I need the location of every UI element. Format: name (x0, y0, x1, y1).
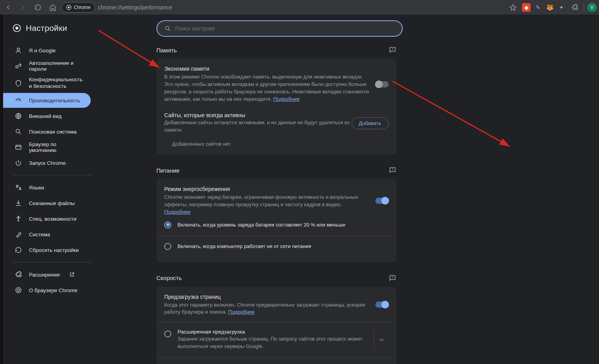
key-icon (15, 62, 22, 70)
power-icon (15, 159, 22, 166)
sidebar-item-languages[interactable]: Языки (3, 180, 91, 195)
extension-icon-4[interactable]: ✦ (557, 3, 566, 12)
svg-rect-8 (16, 145, 21, 150)
home-button[interactable] (47, 2, 59, 13)
extended-preload-option[interactable]: Расширенная предзагрузка Заранее загружа… (164, 324, 389, 356)
window-gutter (0, 15, 3, 364)
address-bar[interactable]: chrome://settings/performance (98, 4, 504, 11)
sidebar-item-label: Автозаполнение и пароли (29, 60, 83, 72)
sidebar-item-performance[interactable]: Производительность (3, 93, 91, 108)
search-icon (15, 128, 22, 135)
sidebar-item-reset[interactable]: Сбросить настройки (3, 243, 91, 257)
sidebar-item-about[interactable]: О браузере Chrome (3, 283, 91, 298)
sidebar-item-label: Я и Google (29, 48, 56, 54)
divider (156, 357, 396, 358)
sidebar-item-accessibility[interactable]: Спец. возможности (3, 211, 91, 226)
divider (156, 322, 396, 323)
preload-toggle[interactable] (375, 302, 389, 308)
back-button[interactable] (2, 2, 14, 13)
sidebar-item-label: О браузере Chrome (29, 287, 77, 293)
no-sites-message: Добавленных сайтов нет (164, 134, 389, 148)
sidebar-item-label: Скачанные файлы (29, 200, 75, 206)
site-identity-chip[interactable]: Chrome (62, 2, 95, 12)
svg-point-4 (17, 48, 20, 50)
browser-toolbar: Chrome chrome://settings/performance ◆ ✎… (0, 0, 599, 15)
translate-icon (15, 184, 22, 191)
memory-saver-card: Экономия памяти В этом режиме Chrome осв… (156, 59, 396, 155)
extension-icon-1[interactable]: ◆ (522, 3, 531, 12)
extension-icon-2[interactable]: ✎ (534, 3, 542, 12)
person-icon (15, 47, 22, 54)
sidebar-divider (13, 262, 92, 262)
svg-point-1 (68, 6, 70, 8)
sidebar-item-system[interactable]: Система (3, 227, 91, 242)
settings-sidebar: Настройки Я и Google Автозаполнение и па… (3, 15, 102, 364)
sidebar-item-label: Сбросить настройки (29, 247, 79, 253)
bookmark-star-icon[interactable] (507, 2, 519, 13)
chrome-icon (15, 287, 22, 294)
energy-saver-toggle[interactable] (375, 198, 389, 204)
sidebar-item-privacy[interactable]: Конфиденциальность и безопасность (3, 74, 91, 92)
search-icon (164, 25, 171, 32)
energy-learn-more-link[interactable]: Подробнее (164, 209, 190, 215)
sidebar-item-label: Спец. возможности (29, 216, 76, 222)
radio-icon (164, 330, 171, 337)
chrome-settings-logo (13, 24, 21, 32)
standard-preload-option[interactable]: Стандартная предзагрузка (164, 359, 389, 364)
feedback-icon[interactable] (389, 274, 396, 282)
feedback-icon[interactable] (389, 46, 396, 54)
sidebar-item-autofill[interactable]: Автозаполнение и пароли (3, 59, 91, 73)
sidebar-item-label: Расширения (29, 272, 60, 278)
svg-point-7 (16, 129, 20, 133)
shield-icon (15, 80, 22, 87)
search-settings-field[interactable] (156, 20, 403, 37)
svg-point-10 (16, 287, 21, 293)
sidebar-item-startup[interactable]: Запуск Chrome (3, 155, 91, 170)
add-site-button[interactable]: Добавить (352, 117, 389, 129)
section-heading-speed: Скорость (156, 275, 182, 281)
globe-icon (15, 112, 22, 120)
sidebar-item-search-engine[interactable]: Поисковая система (3, 124, 91, 139)
energy-saver-card: Режим энергосбережения Chrome экономит з… (156, 179, 396, 262)
memory-saver-toggle[interactable] (375, 81, 389, 87)
extended-preload-title: Расширенная предзагрузка (178, 329, 368, 335)
always-active-title: Сайты, которые всегда активны (164, 112, 352, 118)
memory-learn-more-link[interactable]: Подробнее (273, 96, 300, 102)
expand-chevron[interactable] (374, 329, 389, 350)
preload-card: Предзагрузка страниц Когда этот параметр… (156, 287, 396, 364)
svg-point-9 (18, 216, 19, 217)
sidebar-item-label: Конфиденциальность и безопасность (29, 77, 83, 90)
sidebar-item-label: Запуск Chrome (29, 160, 66, 166)
energy-option-battery-20[interactable]: Включать, когда уровень заряда батареи с… (164, 216, 389, 234)
external-link-icon (69, 272, 75, 277)
site-identity-label: Chrome (74, 5, 91, 10)
energy-saver-desc: Chrome экономит заряд батареи, ограничив… (164, 194, 369, 216)
forward-button[interactable] (17, 2, 29, 13)
profile-avatar[interactable]: V (587, 3, 597, 12)
sidebar-item-extensions[interactable]: Расширения (3, 267, 91, 282)
extended-preload-desc: Заранее загружается больше страниц. По з… (178, 335, 368, 350)
feedback-icon[interactable] (389, 166, 396, 174)
extensions-puzzle-icon[interactable] (569, 2, 581, 13)
memory-saver-desc: В этом режиме Chrome освобождает память,… (164, 73, 369, 103)
sidebar-item-downloads[interactable]: Скачанные файлы (3, 196, 91, 211)
settings-content: Память Экономия памяти В этом режиме Chr… (102, 15, 599, 364)
extension-icon-3[interactable]: 🐯 (545, 3, 554, 12)
reload-button[interactable] (32, 2, 44, 13)
sidebar-item-you-and-google[interactable]: Я и Google (3, 43, 91, 58)
svg-point-3 (15, 27, 18, 29)
energy-option-unplugged[interactable]: Включать, когда компьютер работает не от… (164, 237, 389, 255)
sidebar-item-label: Внешний вид (29, 113, 62, 119)
radio-icon (164, 221, 171, 228)
sidebar-item-appearance[interactable]: Внешний вид (3, 109, 91, 123)
download-icon (15, 200, 22, 207)
settings-title: Настройки (26, 23, 67, 33)
sidebar-item-label: Языки (29, 185, 44, 191)
sidebar-item-label: Производительность (29, 98, 80, 103)
sidebar-item-default-browser[interactable]: Браузер по умолчанию (3, 140, 91, 155)
chevron-down-icon (378, 336, 385, 343)
preload-learn-more-link[interactable]: Подробнее (228, 309, 255, 315)
section-heading-memory: Память (156, 47, 177, 54)
search-input[interactable] (175, 25, 395, 32)
sidebar-item-label: Поисковая система (29, 129, 77, 135)
